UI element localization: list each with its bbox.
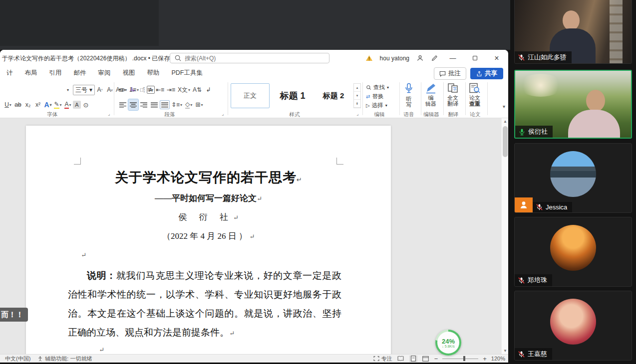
minimize-button[interactable]: — [445, 54, 460, 62]
tab-references[interactable]: 引用 [44, 67, 67, 79]
meeting-background [0, 0, 510, 50]
widget-percent: 24% [442, 338, 455, 345]
participant-tile-1[interactable]: 江山如此多骄 [514, 0, 632, 64]
replace-button[interactable]: ⇄ 替换 [366, 92, 389, 101]
increase-indent-button[interactable]: ⇥≡ [166, 84, 176, 95]
show-marks-button[interactable]: ↲ [203, 84, 213, 95]
restore-button[interactable] [467, 54, 482, 62]
decrease-indent-button[interactable]: ⇤≡ [155, 84, 165, 95]
styles-gallery-more[interactable]: ⇟ [354, 100, 360, 108]
participant-tile-5[interactable]: 王嘉慈 [514, 291, 632, 361]
participant-tile-3[interactable]: Jessica [514, 143, 632, 213]
close-button[interactable]: × [489, 54, 504, 63]
translate-button[interactable]: 字 全文 翻译 [442, 83, 463, 111]
search-input[interactable] [185, 55, 325, 62]
print-layout-button[interactable] [409, 356, 417, 362]
warning-icon[interactable] [365, 55, 373, 61]
highlight-button[interactable]: ✎▾ [53, 99, 63, 110]
tab-review[interactable]: 审阅 [93, 67, 116, 79]
styles-scroll-up[interactable]: ▴ [354, 84, 360, 92]
tab-design[interactable]: 计 [1, 67, 18, 79]
account-name[interactable]: hou yatong [380, 55, 409, 62]
sort-button[interactable]: A⇅ [192, 84, 203, 95]
enclose-character-button[interactable]: ⊙ [81, 99, 91, 110]
style-heading1-label: 标题 1 [280, 90, 305, 102]
edge-tooltip: 而！！ [0, 308, 28, 322]
line-spacing-button[interactable]: ⇕≡▾ [170, 99, 183, 110]
status-bar: 中文(中国) 辅助功能: 一切就绪 专注 [0, 354, 508, 363]
pencil-icon[interactable] [431, 54, 438, 62]
pilcrow-mark: ↵ [233, 214, 239, 221]
editor-pencil-icon [425, 83, 437, 94]
tab-mailings[interactable]: 邮件 [68, 67, 92, 79]
crop-mark-left [74, 158, 81, 165]
scroll-down-arrow[interactable]: ▼ [502, 348, 508, 354]
doc-date: （2022 年 4 月 26 日 ） ↵ [26, 230, 391, 242]
character-shading-button[interactable]: A [73, 101, 81, 109]
underline-button[interactable]: U▾ [3, 99, 13, 110]
paragraph-group-label: 段落 [147, 111, 192, 118]
scroll-up-arrow[interactable]: ▲ [502, 118, 508, 125]
justify-button[interactable] [149, 99, 159, 110]
focus-mode-button[interactable]: 专注 [373, 355, 392, 363]
superscript-button[interactable]: x² [33, 99, 43, 110]
zoom-slider[interactable] [442, 356, 478, 362]
align-center-button[interactable] [128, 99, 138, 110]
style-heading1[interactable]: 标题 1 [273, 83, 313, 108]
vertical-scrollbar[interactable]: ▲ ▼ [501, 118, 508, 354]
text-effects-button[interactable]: A▾ [43, 99, 53, 110]
search-box[interactable] [170, 53, 329, 63]
web-layout-button[interactable] [422, 356, 430, 362]
performance-ring-widget[interactable]: 24% ↓ 5.8K/s [435, 330, 461, 356]
participant-tile-4[interactable]: 郑培珠 [514, 217, 632, 287]
zoom-slider-thumb[interactable] [463, 356, 465, 361]
font-size-combo[interactable]: 三号 ▾ [73, 85, 95, 95]
styles-dialog-launcher[interactable]: ⌟ [356, 111, 358, 116]
find-button[interactable]: 查找 ▾ [366, 83, 389, 92]
doc-body-paragraph: 说明：就我们马克思主义理论专业来说，好的文章一定是政治性和学术性的统一，以学术、… [68, 266, 341, 343]
tab-pdf-tools[interactable]: PDF工具集 [166, 67, 209, 79]
dictate-button[interactable]: 听 写 [398, 83, 419, 111]
font-dialog-launcher[interactable]: ⌟ [108, 111, 110, 116]
document-page[interactable]: 关于学术论文写作的若干思考↵ ——平时如何写一篇好论文↵ 侯 衍 社↵ （202… [26, 126, 391, 354]
align-left-button[interactable] [118, 99, 128, 110]
zoom-level[interactable]: 120% [491, 356, 505, 362]
asian-layout-button[interactable]: X文▾ [177, 84, 191, 95]
doc-author-text: 侯 衍 社 [178, 212, 233, 222]
read-mode-button[interactable] [397, 356, 405, 362]
editor-button[interactable]: 编 辑器 [420, 83, 441, 111]
scrollbar-thumb[interactable] [503, 126, 508, 157]
borders-button[interactable]: ⊞▾ [194, 99, 204, 110]
align-right-button[interactable] [139, 99, 149, 110]
tab-help[interactable]: 帮助 [142, 67, 165, 79]
zoom-in-button[interactable]: + [483, 355, 487, 363]
select-button[interactable]: ▷ 选择 ▾ [366, 101, 389, 110]
comments-button[interactable]: 批注 [434, 67, 466, 80]
styles-scroll-down[interactable]: ▾ [354, 92, 360, 100]
participant-tile-2[interactable]: 侯衍社 [514, 70, 632, 139]
doc-author: 侯 衍 社↵ [26, 211, 391, 223]
strikethrough-button[interactable]: ab [13, 99, 23, 110]
multilevel-list-button[interactable]: ⋮≡▾ [140, 84, 154, 95]
paper-check-button[interactable]: 论文 查重 [464, 83, 485, 111]
numbered-list-button[interactable]: 1≡▾ [128, 84, 140, 95]
user-icon[interactable] [416, 54, 424, 62]
accessibility-status[interactable]: 辅助功能: 一切就绪 [37, 355, 92, 363]
language-status[interactable]: 中文(中国) [5, 355, 30, 363]
zoom-out-button[interactable]: − [434, 355, 438, 363]
subscript-button[interactable]: x₂ [23, 99, 33, 110]
share-button[interactable]: 共享 [470, 68, 503, 79]
document-canvas[interactable]: 关于学术论文写作的若干思考↵ ——平时如何写一篇好论文↵ 侯 衍 社↵ （202… [0, 118, 501, 354]
style-heading2[interactable]: 标题 2 [315, 83, 352, 108]
style-normal[interactable]: 正文 [231, 83, 270, 108]
tab-layout[interactable]: 布局 [19, 67, 43, 79]
paragraph-dialog-launcher[interactable]: ⌟ [222, 111, 224, 116]
bullet-list-button[interactable]: •≡▾ [118, 84, 128, 95]
font-color-button[interactable]: A▾ [63, 99, 73, 110]
font-name-dropdown-caret[interactable]: ▾ [63, 84, 73, 95]
grow-font-button[interactable]: A^ [95, 84, 105, 95]
shading-button[interactable]: ◇▾ [184, 99, 194, 110]
tab-view[interactable]: 视图 [117, 67, 141, 79]
distribute-button[interactable] [160, 100, 170, 109]
collapse-ribbon-button[interactable]: ▾ [503, 104, 505, 109]
